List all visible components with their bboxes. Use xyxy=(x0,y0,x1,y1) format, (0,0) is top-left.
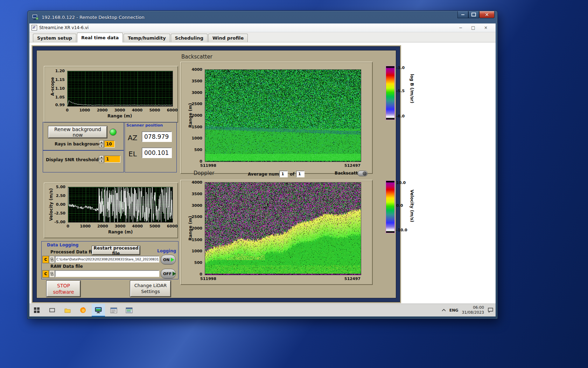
stop-button-line1: STOP xyxy=(57,282,70,289)
rdp-maximize-button[interactable] xyxy=(468,11,479,18)
backscatter-colorbar-ticks: -3.0 -5.5 -8.0 xyxy=(396,66,408,119)
backscatter-colorbar xyxy=(386,66,395,120)
file-explorer-button[interactable] xyxy=(61,304,74,316)
velocity-x-label: Range (m) xyxy=(108,230,133,234)
clock-time: 06:00 xyxy=(462,305,484,310)
ascope-x-label: Range (m) xyxy=(107,114,132,118)
spinner-up-icon[interactable] xyxy=(99,155,104,159)
doppler-x-start: 511998 xyxy=(200,277,216,281)
tab-temp-humidity[interactable]: Temp/humidity xyxy=(124,34,170,42)
spinner-down-icon[interactable] xyxy=(99,144,104,148)
average-number-field[interactable]: 1 xyxy=(279,171,288,177)
toggle-on-icon xyxy=(171,258,174,262)
toggle-knob xyxy=(363,171,367,176)
rdp-app-button[interactable] xyxy=(92,304,105,316)
average-total-field[interactable]: 1 xyxy=(296,171,304,177)
backscatter-display-toggle[interactable] xyxy=(358,171,368,176)
app-restore-button[interactable]: □ xyxy=(467,25,479,30)
taskbar-clock[interactable]: 06:00 31/08/2023 xyxy=(462,305,484,315)
doppler-colorbar-label: Velocity (m/s) xyxy=(410,190,414,222)
tab-real-time-data[interactable]: Real time data xyxy=(77,33,123,42)
doppler-x-end: 512497 xyxy=(340,277,360,281)
rdp-title-text: 192.168.0.122 - Remote Desktop Connectio… xyxy=(42,15,145,20)
az-label: AZ xyxy=(128,134,137,142)
rdp-window: 192.168.0.122 - Remote Desktop Connectio… xyxy=(27,11,498,319)
processed-path-field[interactable]: C:\Lidar\Data\Proc\2023\202308\20230831\… xyxy=(55,256,159,263)
doppler-plot-area xyxy=(205,182,361,275)
el-value-field[interactable]: 000.101 xyxy=(142,148,172,158)
rdp-titlebar[interactable]: 192.168.0.122 - Remote Desktop Connectio… xyxy=(28,11,497,23)
raw-logging-toggle[interactable]: OFF xyxy=(161,269,176,279)
raw-browse-icon[interactable] xyxy=(49,270,55,278)
tab-strip: System setup Real time data Temp/humidit… xyxy=(29,32,496,42)
remote-taskbar: ENG 06:00 31/08/2023 xyxy=(29,304,496,316)
velocity-graph-panel: 5.002.50 0.00-2.50 -5.00 Velocity (m/s) … xyxy=(44,183,178,238)
ascope-graph-panel: 1.201.15 1.101.05 0.99 A-scope 01000 200… xyxy=(44,66,178,123)
app-close-button[interactable]: × xyxy=(479,25,492,30)
rays-spinner[interactable] xyxy=(99,140,104,148)
app-title-text: StreamLine XR v14-6.vi xyxy=(39,25,89,30)
raw-drive-box[interactable]: C xyxy=(42,270,49,278)
raw-data-file-label: RAW Data file xyxy=(50,264,83,269)
chevron-up-icon[interactable] xyxy=(442,309,446,312)
maximize-icon xyxy=(471,13,476,16)
task-view-button[interactable] xyxy=(46,304,59,316)
tab-scheduling[interactable]: Scheduling xyxy=(171,34,208,42)
ascope-x-ticks: 01000 20003000 40005000 6000 xyxy=(67,108,172,113)
restart-processed-file-button[interactable]: Restart processed file xyxy=(92,246,140,255)
ascope-plot-area xyxy=(67,71,173,107)
raw-path-field[interactable] xyxy=(55,270,159,277)
processed-drive-box[interactable]: C xyxy=(42,256,49,263)
rdp-close-button[interactable]: ✕ xyxy=(479,11,495,18)
desktop-background: 192.168.0.122 - Remote Desktop Connectio… xyxy=(0,0,588,368)
data-logging-title: Data Logging xyxy=(47,243,78,247)
change-button-line2: Settings xyxy=(141,289,160,295)
processed-browse-icon[interactable] xyxy=(49,256,55,263)
clock-date: 31/08/2023 xyxy=(462,310,484,315)
stop-software-button[interactable]: STOP software xyxy=(47,281,80,297)
background-controls-frame: Renew background now Rays in background … xyxy=(43,122,124,151)
start-button[interactable] xyxy=(30,304,43,316)
notification-center-icon[interactable] xyxy=(488,307,493,313)
app-titlebar[interactable]: StreamLine XR v14-6.vi − □ × xyxy=(29,23,496,32)
velocity-x-ticks: 01000 20003000 40005000 6000 xyxy=(68,224,172,229)
rays-value-field[interactable]: 10 xyxy=(104,141,115,148)
tab-wind-profile[interactable]: Wind profile xyxy=(208,34,248,42)
backscatter-x-end: 512497 xyxy=(340,163,360,168)
el-label: EL xyxy=(128,150,137,158)
doppler-y-label: Range (m) xyxy=(188,216,193,240)
snr-threshold-label: Display SNR threshold xyxy=(46,157,99,162)
terminal-window-icon xyxy=(126,307,133,313)
folder-icon xyxy=(64,308,71,313)
velocity-y-ticks: 5.002.50 0.00-2.50 -5.00 xyxy=(44,183,66,225)
terminal-window-button[interactable] xyxy=(122,304,136,316)
snr-threshold-frame: Display SNR threshold 1 xyxy=(43,150,124,172)
rdp-minimize-button[interactable] xyxy=(457,11,468,18)
display-icon xyxy=(95,307,102,313)
doppler-colorbar xyxy=(386,180,395,233)
velocity-plot-area xyxy=(68,187,173,223)
remote-desktop-icon xyxy=(32,14,39,20)
remote-session: StreamLine XR v14-6.vi − □ × System setu… xyxy=(29,23,496,316)
az-value-field[interactable]: 078.979 xyxy=(142,131,172,142)
change-lidar-settings-button[interactable]: Change LiDAR Settings xyxy=(130,281,171,297)
tab-system-setup[interactable]: System setup xyxy=(33,34,76,42)
processed-data-file-label: Processed Data file xyxy=(50,250,96,254)
processed-logging-toggle[interactable]: ON xyxy=(161,255,176,265)
velocity-y-label: Velocity (m/s) xyxy=(49,188,54,221)
scan-scheduler-button[interactable] xyxy=(107,304,120,316)
average-of-label: of xyxy=(290,172,294,177)
scan-scheduler-window-icon xyxy=(110,307,117,313)
spinner-down-icon[interactable] xyxy=(99,159,104,163)
firefox-button[interactable] xyxy=(76,304,90,316)
snr-spinner[interactable] xyxy=(99,155,104,163)
doppler-title: Doppler xyxy=(194,170,214,176)
renew-background-button[interactable]: Renew background now xyxy=(48,126,107,138)
spinner-up-icon[interactable] xyxy=(99,140,104,144)
language-indicator[interactable]: ENG xyxy=(449,308,458,313)
backscatter-plot-area xyxy=(205,69,361,162)
stop-button-line2: software xyxy=(53,289,74,295)
app-minimize-button[interactable]: − xyxy=(454,25,467,30)
scanner-position-frame: Scanner position AZ 078.979 EL 000.101 xyxy=(125,122,177,172)
snr-value-field[interactable]: 1 xyxy=(104,156,120,163)
